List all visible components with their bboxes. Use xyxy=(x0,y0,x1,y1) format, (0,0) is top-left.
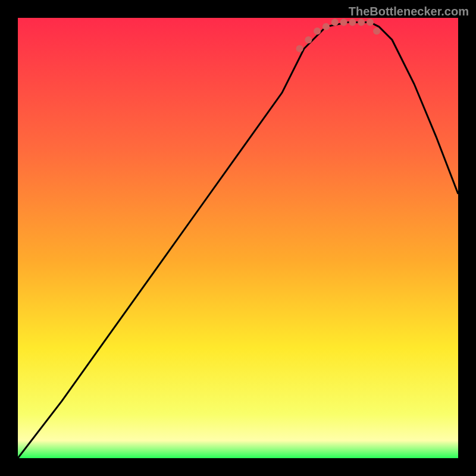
optimal-markers xyxy=(18,18,458,458)
marker-dot xyxy=(314,27,321,35)
marker-dot xyxy=(340,18,347,26)
marker-dot xyxy=(296,45,303,52)
watermark-text: TheBottlenecker.com xyxy=(349,5,469,18)
marker-dot xyxy=(373,27,380,35)
marker-dot xyxy=(305,36,312,43)
chart-plot-area xyxy=(18,18,458,458)
marker-dot xyxy=(349,18,356,26)
marker-dot xyxy=(367,18,374,26)
marker-dot xyxy=(331,18,339,26)
marker-dot xyxy=(322,23,330,30)
marker-dots-group xyxy=(296,18,380,52)
marker-dot xyxy=(358,18,365,26)
